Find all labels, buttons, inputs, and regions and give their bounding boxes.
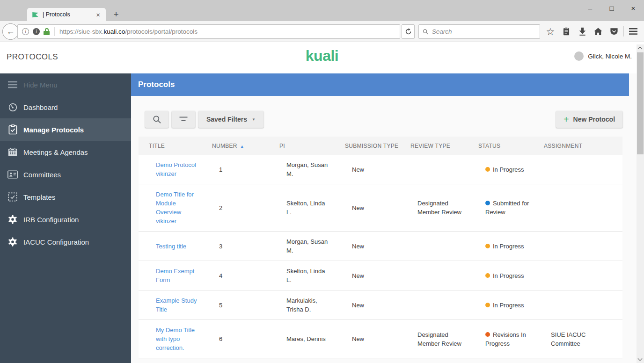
pocket-icon[interactable] bbox=[606, 23, 622, 39]
table-row: Testing title 3 Morgan, Susan M. New In … bbox=[139, 232, 622, 261]
protocol-status: Submitted for Review bbox=[468, 199, 534, 217]
protocol-review-type: Designated Member Review bbox=[400, 199, 468, 217]
kuali-logo: kuali bbox=[0, 47, 644, 65]
user-menu[interactable]: Glick, Nicole M. bbox=[574, 51, 632, 61]
protocol-title-link[interactable]: Testing title bbox=[139, 242, 202, 251]
saved-filters-label: Saved Filters bbox=[206, 116, 247, 123]
status-label: In Progress bbox=[493, 302, 524, 309]
protocol-assignment: SIUE IACUC Committee bbox=[534, 330, 622, 348]
app-page: PROTOCOLS kuali Glick, Nicole M. Hide Me… bbox=[0, 42, 644, 363]
sidebar-item-label: IRB Configuration bbox=[23, 216, 79, 224]
sidebar-item-label: IACUC Configuration bbox=[23, 238, 89, 246]
protocol-pi: Mares, Dennis bbox=[269, 334, 335, 343]
back-button[interactable]: ← bbox=[2, 23, 19, 40]
page-title: Protocols bbox=[138, 80, 175, 89]
new-tab-button[interactable]: + bbox=[110, 8, 123, 21]
saved-filters-button[interactable]: Saved Filters ▼ bbox=[198, 111, 263, 128]
status-label: In Progress bbox=[493, 243, 524, 250]
status-dot bbox=[485, 303, 490, 307]
url-prefix: https://siue-sbx. bbox=[59, 28, 104, 35]
column-header-number[interactable]: NUMBER▲ bbox=[202, 143, 269, 149]
url-path: /protocols/portal/protocols bbox=[125, 28, 198, 35]
user-name: Glick, Nicole M. bbox=[588, 53, 632, 60]
protocol-title-link[interactable]: Example Study Title bbox=[139, 296, 202, 314]
protocol-title-link[interactable]: Demo Title for Module Overview vikinzer bbox=[139, 190, 202, 225]
protocol-title-link[interactable]: My Demo Title with typo correction. bbox=[139, 326, 202, 352]
sidebar-item-templates[interactable]: Templates bbox=[0, 186, 131, 208]
protocol-number: 5 bbox=[202, 301, 269, 310]
minimize-icon[interactable]: – bbox=[579, 0, 601, 16]
protocol-number: 6 bbox=[202, 334, 269, 343]
sidebar-item-manage-protocols[interactable]: Manage Protocols bbox=[0, 118, 131, 141]
maximize-icon[interactable]: □ bbox=[601, 0, 622, 16]
column-header-assignment[interactable]: ASSIGNMENT bbox=[534, 143, 622, 149]
protocol-submission-type: New bbox=[335, 242, 400, 251]
bookmark-star-icon[interactable]: ☆ bbox=[542, 23, 558, 39]
app-header: PROTOCOLS kuali Glick, Nicole M. bbox=[0, 42, 644, 73]
tab-close-icon[interactable]: × bbox=[94, 11, 102, 19]
page-scrollbar[interactable] bbox=[637, 44, 644, 363]
sidebar-item-dashboard[interactable]: Dashboard bbox=[0, 96, 131, 118]
protocol-title-link[interactable]: Demo Exempt Form bbox=[139, 267, 202, 284]
protocol-submission-type: New bbox=[335, 271, 400, 280]
page-banner: Protocols bbox=[131, 73, 629, 96]
reload-button[interactable] bbox=[402, 24, 415, 39]
protocol-pi: Skelton, Linda L. bbox=[269, 199, 335, 217]
scroll-down-icon[interactable] bbox=[638, 356, 643, 361]
browser-tab[interactable]: | Protocols × bbox=[27, 8, 106, 21]
sidebar-item-irb-configuration[interactable]: IRB Configuration bbox=[0, 208, 131, 231]
gear-icon bbox=[7, 214, 18, 225]
status-label: In Progress bbox=[493, 166, 524, 173]
column-header-submission-type[interactable]: SUBMISSION TYPE bbox=[335, 143, 400, 149]
contact-card-icon bbox=[7, 169, 18, 180]
search-icon bbox=[153, 115, 161, 124]
status-dot bbox=[485, 273, 490, 278]
sidebar-item-meetings-agendas[interactable]: Meetings & Agendas bbox=[0, 141, 131, 163]
protocol-status: Revisions In Progress bbox=[468, 330, 534, 348]
menu-icon bbox=[7, 80, 18, 90]
table-row: Example Study Title 5 Markulakis, Trisha… bbox=[139, 290, 622, 320]
bookmarks-clipboard-icon[interactable] bbox=[558, 23, 574, 39]
https-lock-icon[interactable] bbox=[44, 28, 50, 36]
protocol-pi: Morgan, Susan M. bbox=[269, 160, 335, 178]
protocol-pi: Markulakis, Trisha D. bbox=[269, 296, 335, 314]
menu-hamburger-icon[interactable] bbox=[625, 23, 641, 39]
protocol-title-link[interactable]: Demo Protocol vikinzer bbox=[139, 160, 202, 178]
sidebar-item-label: Hide Menu bbox=[23, 81, 58, 89]
downloads-icon[interactable] bbox=[574, 23, 590, 39]
sidebar-item-hide-menu[interactable]: Hide Menu bbox=[0, 73, 131, 96]
table-search-button[interactable] bbox=[145, 111, 168, 128]
protocol-submission-type: New bbox=[335, 165, 400, 174]
table-row: My Demo Title with typo correction. 6 Ma… bbox=[139, 320, 622, 358]
sort-ascending-icon: ▲ bbox=[240, 144, 244, 149]
info-icon[interactable]: i bbox=[22, 28, 29, 35]
url-bar[interactable]: i i https://siue-sbx.kuali.co/protocols/… bbox=[17, 24, 400, 39]
protocol-number: 4 bbox=[202, 271, 269, 280]
status-label: In Progress bbox=[493, 272, 524, 279]
search-input[interactable] bbox=[432, 28, 536, 35]
home-icon[interactable] bbox=[590, 23, 606, 39]
scrollbar-thumb[interactable] bbox=[637, 52, 644, 154]
column-header-status[interactable]: STATUS bbox=[468, 143, 534, 149]
sidebar-item-label: Templates bbox=[23, 193, 55, 201]
status-dot bbox=[485, 167, 490, 172]
column-header-pi[interactable]: PI bbox=[269, 143, 335, 149]
column-header-review-type[interactable]: REVIEW TYPE bbox=[400, 143, 468, 149]
sidebar-item-iacuc-configuration[interactable]: IACUC Configuration bbox=[0, 231, 131, 253]
new-protocol-button[interactable]: + New Protocol bbox=[556, 111, 622, 128]
url-domain: kuali.co bbox=[104, 28, 125, 35]
protocol-status: In Progress bbox=[468, 301, 534, 310]
clipboard-check-icon bbox=[7, 124, 18, 135]
close-icon[interactable]: × bbox=[622, 0, 644, 16]
protocol-status: In Progress bbox=[468, 242, 534, 251]
url-text: https://siue-sbx.kuali.co/protocols/port… bbox=[55, 28, 198, 35]
filter-button[interactable] bbox=[172, 111, 195, 128]
scroll-up-icon[interactable] bbox=[638, 47, 643, 51]
permissions-icon[interactable]: i bbox=[33, 28, 40, 35]
status-label: Revisions In Progress bbox=[485, 331, 526, 347]
sidebar-item-committees[interactable]: Committees bbox=[0, 163, 131, 186]
browser-search[interactable] bbox=[418, 24, 540, 39]
column-header-title[interactable]: TITLE bbox=[139, 143, 202, 149]
protocol-review-type: Designated Member Review bbox=[400, 330, 468, 348]
main-content: Protocols Saved Filters ▼ + New Protocol… bbox=[131, 73, 629, 363]
